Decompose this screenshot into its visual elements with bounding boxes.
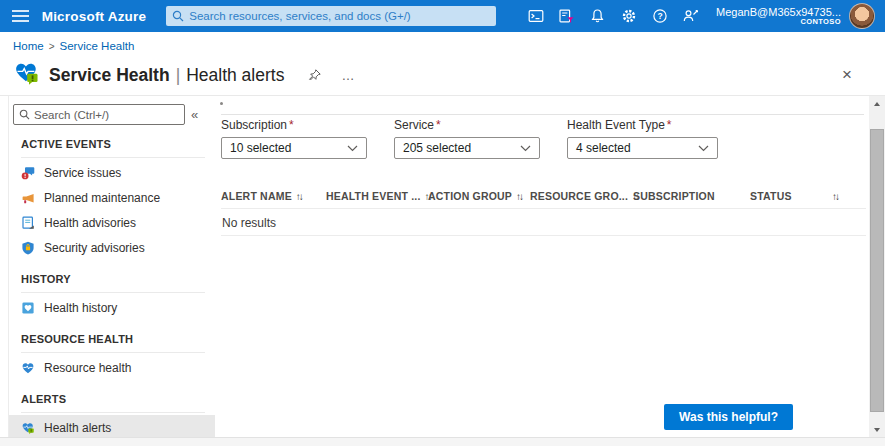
filter-service: Service* 205 selected	[394, 118, 540, 159]
required-asterisk: *	[667, 118, 672, 132]
sort-icon[interactable]: ↑↓	[832, 191, 838, 202]
page-title: Service Health|Health alerts	[49, 65, 284, 86]
service-health-icon	[13, 60, 40, 90]
dropdown-value: 205 selected	[403, 141, 471, 155]
brand-title[interactable]: Microsoft Azure	[42, 9, 147, 24]
sidebar-item-security-advisories[interactable]: Security advisories	[9, 235, 215, 260]
sidebar-search-box[interactable]	[13, 104, 185, 125]
sidebar-item-planned-maintenance[interactable]: Planned maintenance	[9, 185, 215, 210]
close-icon[interactable]: ×	[842, 66, 852, 83]
tenant-name: CONTOSO	[716, 18, 841, 26]
scroll-down-arrow[interactable]	[869, 422, 885, 437]
health-history-icon	[21, 301, 35, 315]
column-label: SUBSCRIPTION	[633, 190, 715, 202]
security-advisories-icon	[21, 241, 35, 255]
divider	[21, 412, 205, 413]
main-panel: Subscription* 10 selected Service* 205 s…	[215, 96, 869, 437]
vertical-scrollbar[interactable]	[869, 96, 885, 437]
breadcrumb-separator: >	[49, 41, 55, 52]
filter-label: Service*	[394, 118, 540, 132]
sidebar-item-label: Health advisories	[44, 216, 136, 230]
column-label: HEALTH EVENT ...	[326, 190, 421, 202]
filter-bar: Subscription* 10 selected Service* 205 s…	[221, 118, 718, 159]
dropdown-value: 10 selected	[230, 141, 291, 155]
breadcrumb-service-health[interactable]: Service Health	[60, 40, 135, 52]
more-options-icon[interactable]: …	[341, 68, 355, 83]
sort-icon[interactable]: ↑↓	[296, 191, 302, 202]
page-title-secondary: Health alerts	[186, 65, 284, 85]
sidebar-item-label: Health history	[44, 301, 117, 315]
section-label: ALERTS	[21, 393, 215, 405]
column-header-status[interactable]: STATUS ↑↓	[750, 190, 866, 202]
health-advisories-icon	[21, 216, 35, 230]
sidebar-item-label: Security advisories	[44, 241, 145, 255]
filter-health-event-type: Health Event Type* 4 selected	[567, 118, 718, 159]
health-event-type-dropdown[interactable]: 4 selected	[567, 137, 718, 159]
alerts-table-header: ALERT NAME ↑↓ HEALTH EVENT ... ↑↓ ACTION…	[221, 190, 866, 202]
service-dropdown[interactable]: 205 selected	[394, 137, 540, 159]
notifications-bell-icon[interactable]	[582, 0, 613, 32]
help-icon[interactable]: ?	[644, 0, 675, 32]
divider	[221, 235, 866, 236]
azure-portal-window: Microsoft Azure ?	[0, 0, 885, 446]
avatar[interactable]	[849, 3, 875, 29]
breadcrumb: Home > Service Health	[13, 40, 134, 52]
column-header-action-group[interactable]: ACTION GROUP ↑↓	[428, 190, 530, 202]
was-this-helpful-button[interactable]: Was this helpful?	[664, 404, 793, 430]
sidebar-item-health-advisories[interactable]: Health advisories	[9, 210, 215, 235]
filter-label: Subscription*	[221, 118, 367, 132]
filter-label-text: Subscription	[221, 118, 287, 132]
sidebar: « ACTIVE EVENTS Service issues Planned m…	[8, 96, 215, 437]
sidebar-item-label: Resource health	[44, 361, 131, 375]
health-alerts-icon	[21, 421, 35, 435]
global-search-input[interactable]	[189, 10, 490, 22]
column-label: ACTION GROUP	[428, 190, 512, 202]
sidebar-section-history: HISTORY Health history	[9, 273, 215, 320]
blade-content: « ACTIVE EVENTS Service issues Planned m…	[0, 95, 885, 437]
column-header-resource-group[interactable]: RESOURCE GRO... ↑↓	[530, 190, 633, 202]
sidebar-item-service-issues[interactable]: Service issues	[9, 160, 215, 185]
sort-icon[interactable]: ↑↓	[516, 191, 522, 202]
settings-gear-icon[interactable]	[613, 0, 644, 32]
topbar-icon-group: ?	[520, 0, 706, 32]
pin-icon[interactable]	[308, 69, 321, 82]
column-label: STATUS	[750, 190, 792, 202]
feedback-icon[interactable]	[675, 0, 706, 32]
scrollbar-thumb[interactable]	[870, 129, 884, 412]
global-search-box[interactable]	[166, 6, 496, 26]
collapse-sidebar-icon[interactable]: «	[191, 107, 198, 122]
directory-filter-icon[interactable]	[551, 0, 582, 32]
account-menu[interactable]: MeganB@M365x94735... CONTOSO	[716, 6, 841, 26]
chevron-down-icon	[347, 145, 358, 152]
column-header-health-event[interactable]: HEALTH EVENT ... ↑↓	[326, 190, 428, 202]
planned-maintenance-icon	[21, 191, 35, 205]
resource-health-icon	[21, 361, 35, 375]
sidebar-item-resource-health[interactable]: Resource health	[9, 355, 215, 380]
filter-subscription: Subscription* 10 selected	[221, 118, 367, 159]
column-header-subscription[interactable]: SUBSCRIPTION	[633, 190, 750, 202]
chevron-down-icon	[520, 145, 531, 152]
section-label: ACTIVE EVENTS	[21, 138, 215, 150]
required-asterisk: *	[436, 118, 441, 132]
subscription-dropdown[interactable]: 10 selected	[221, 137, 367, 159]
divider	[21, 157, 205, 158]
sidebar-search-input[interactable]	[34, 109, 179, 121]
blade-header: Home > Service Health Service Health|Hea…	[0, 32, 885, 95]
sidebar-section-active-events: ACTIVE EVENTS Service issues Planned mai…	[9, 138, 215, 260]
scroll-up-arrow[interactable]	[869, 96, 885, 111]
filter-label-text: Health Event Type	[567, 118, 665, 132]
chevron-down-icon	[698, 145, 709, 152]
column-header-alert-name[interactable]: ALERT NAME ↑↓	[221, 190, 326, 202]
divider	[21, 352, 205, 353]
sidebar-section-resource-health: RESOURCE HEALTH Resource health	[9, 333, 215, 380]
service-issues-icon	[21, 166, 35, 180]
breadcrumb-home[interactable]: Home	[13, 40, 44, 52]
search-icon	[172, 10, 184, 22]
search-icon	[19, 109, 30, 120]
sidebar-section-alerts: ALERTS Health alerts	[9, 393, 215, 440]
sidebar-item-health-history[interactable]: Health history	[9, 295, 215, 320]
hamburger-menu-icon[interactable]	[0, 0, 42, 32]
required-asterisk: *	[289, 118, 294, 132]
filter-label-text: Service	[394, 118, 434, 132]
cloud-shell-icon[interactable]	[520, 0, 551, 32]
